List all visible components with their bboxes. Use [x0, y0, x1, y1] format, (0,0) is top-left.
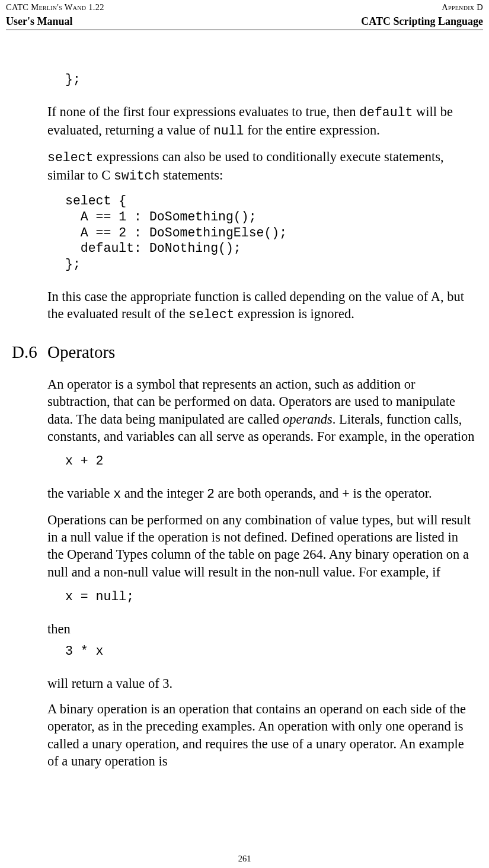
paragraph-operands-example: the variable x and the integer 2 are bot…: [47, 485, 476, 503]
paragraph-null-operations: Operations can be performed on any combi…: [47, 511, 476, 581]
code-fragment-close-brace: };: [65, 72, 476, 88]
code-block-threex: 3 * x: [65, 643, 476, 659]
inline-code-two: 2: [207, 487, 215, 501]
inline-code-x: x: [113, 487, 121, 501]
italic-operands: operands: [283, 412, 333, 427]
section-number: D.6: [12, 341, 47, 364]
code-block-xplus2: x + 2: [65, 453, 476, 469]
code-block-xnull: x = null;: [65, 589, 476, 605]
inline-code-select: select: [188, 308, 234, 322]
code-block-select: select { A == 1 : DoSomething(); A == 2 …: [65, 193, 476, 273]
section-title: Operators: [47, 341, 115, 364]
inline-code-plus: +: [342, 487, 350, 501]
paragraph-operator-definition: An operator is a symbol that represents …: [47, 376, 476, 445]
text-run: are both operands, and: [215, 486, 342, 501]
paragraph-binary-unary: A binary operation is an operation that …: [47, 700, 476, 770]
text-run: and the integer: [121, 486, 207, 501]
paragraph-ignored-result: In this case the appropriate function is…: [47, 288, 476, 324]
inline-code-default: default: [359, 105, 413, 120]
page-number: 261: [0, 853, 489, 864]
paragraph-then: then: [47, 620, 476, 638]
text-run: statements:: [159, 168, 223, 182]
section-heading: D.6 Operators: [12, 341, 477, 364]
header-top-left: CATC Merlin's Wand 1.22: [6, 2, 104, 13]
paragraph-select-switch: select expressions can also be used to c…: [47, 148, 476, 185]
text-run: is the operator.: [350, 486, 432, 501]
inline-code-switch: switch: [114, 169, 159, 183]
paragraph-return-three: will return a value of 3.: [47, 675, 476, 692]
text-run: expression is ignored.: [234, 306, 354, 321]
text-run: If none of the first four expressions ev…: [47, 104, 359, 119]
header-row-top: CATC Merlin's Wand 1.22 Appendix D: [0, 0, 489, 13]
paragraph-default-null: If none of the first four expressions ev…: [47, 103, 476, 140]
header-row-second: User's Manual CATC Scripting Language: [0, 13, 489, 30]
inline-code-select: select: [47, 150, 93, 165]
header-top-right: Appendix D: [442, 2, 483, 13]
text-run: for the entire expression.: [244, 123, 380, 137]
header-second-left: User's Manual: [6, 15, 73, 28]
text-run: the variable: [47, 486, 113, 501]
header-second-right: CATC Scripting Language: [361, 15, 483, 28]
inline-code-null: null: [213, 124, 244, 138]
text-run: expressions can also be used to conditio…: [47, 149, 444, 182]
page-content: }; If none of the first four expressions…: [0, 30, 489, 770]
